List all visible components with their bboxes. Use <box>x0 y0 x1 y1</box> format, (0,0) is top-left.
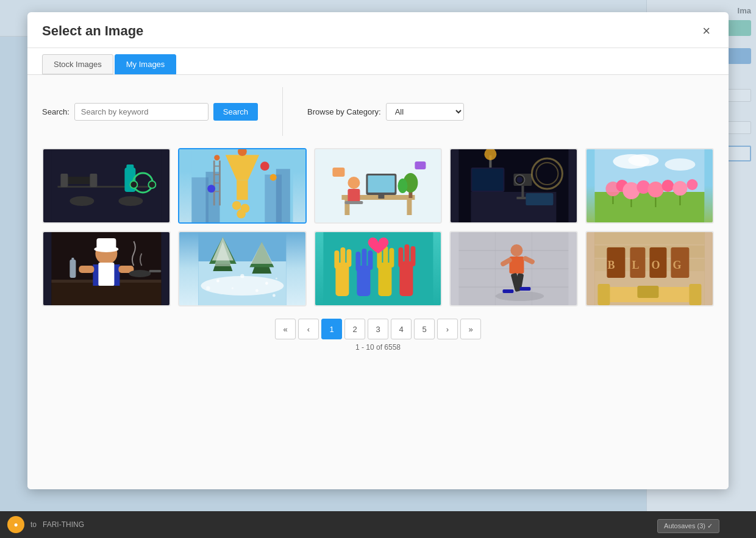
modal-title: Select an Image <box>42 23 143 39</box>
svg-rect-124 <box>389 248 394 267</box>
flowers-svg <box>587 149 713 222</box>
category-section: Browse by Category: All Business Nature … <box>307 103 464 121</box>
tab-my-images[interactable]: My Images <box>115 54 177 74</box>
svg-point-135 <box>496 291 544 301</box>
search-label: Search: <box>42 107 70 116</box>
svg-point-29 <box>207 185 215 193</box>
svg-rect-45 <box>344 201 363 204</box>
image-item-9[interactable] <box>449 231 578 306</box>
page-first-button[interactable]: « <box>275 319 296 339</box>
studio-svg <box>451 149 577 222</box>
svg-point-79 <box>665 158 696 171</box>
svg-point-92 <box>129 270 151 277</box>
image-item-7[interactable] <box>178 231 307 306</box>
svg-point-136 <box>511 244 523 257</box>
svg-rect-38 <box>368 175 394 193</box>
search-button[interactable]: Search <box>213 103 258 121</box>
category-select[interactable]: All Business Nature People Technology <box>386 103 464 121</box>
image-item-6[interactable] <box>42 231 171 306</box>
svg-rect-128 <box>410 246 415 266</box>
svg-rect-115 <box>340 247 345 267</box>
autosave-label: Autosaves (3) <box>664 522 705 529</box>
image-item-1[interactable] <box>42 148 171 224</box>
page-last-button[interactable]: » <box>460 319 481 339</box>
svg-point-110 <box>206 286 210 290</box>
user-avatar: ● <box>7 516 24 533</box>
svg-point-27 <box>260 161 269 171</box>
svg-rect-3 <box>60 174 68 187</box>
hands-svg <box>315 232 441 305</box>
pagination: « ‹ 1 2 3 4 5 › » <box>42 319 714 339</box>
svg-rect-64 <box>595 192 705 222</box>
svg-point-32 <box>237 210 246 219</box>
page-prev-button[interactable]: ‹ <box>298 319 319 339</box>
svg-rect-127 <box>404 244 409 266</box>
funnel-svg <box>179 149 305 222</box>
svg-point-40 <box>348 177 360 189</box>
svg-rect-1 <box>57 186 155 188</box>
svg-rect-18 <box>237 180 248 200</box>
svg-point-54 <box>517 177 523 183</box>
search-input[interactable] <box>74 103 209 121</box>
chef-svg <box>43 232 169 305</box>
modal-tabs: Stock Images My Images <box>27 48 729 75</box>
page-next-button[interactable]: › <box>437 319 458 339</box>
svg-point-8 <box>130 181 137 188</box>
image-item-4[interactable] <box>449 148 578 224</box>
modal-header: Select an Image × <box>27 12 729 48</box>
blog-svg: B L O G <box>587 232 713 305</box>
tab-stock-images[interactable]: Stock Images <box>42 54 113 74</box>
page-3-button[interactable]: 3 <box>368 319 388 339</box>
svg-point-106 <box>265 282 268 285</box>
image-item-8[interactable] <box>314 231 443 306</box>
page-4-button[interactable]: 4 <box>391 319 412 339</box>
svg-point-72 <box>687 179 698 190</box>
svg-point-85 <box>94 246 118 252</box>
svg-rect-47 <box>415 161 426 169</box>
office-svg <box>315 149 441 222</box>
section-divider <box>282 87 283 136</box>
pagination-container: « ‹ 1 2 3 4 5 › » 1 - 10 of 6558 <box>42 319 714 352</box>
image-item-10[interactable]: B L O G <box>585 231 714 306</box>
svg-rect-91 <box>71 258 74 261</box>
svg-point-11 <box>118 196 143 206</box>
svg-rect-119 <box>362 249 366 270</box>
page-2-button[interactable]: 2 <box>344 319 365 339</box>
bottom-font-label: FARI-THING <box>43 520 84 529</box>
svg-point-109 <box>276 277 277 279</box>
runner-svg <box>451 232 577 305</box>
svg-rect-123 <box>383 246 388 267</box>
svg-rect-4 <box>90 174 97 187</box>
page-5-button[interactable]: 5 <box>414 319 435 339</box>
svg-rect-57 <box>526 193 554 205</box>
svg-point-107 <box>232 287 234 289</box>
svg-point-44 <box>398 179 407 193</box>
bottom-bar: ● to FARI-THING Autosaves (3) ✓ <box>0 511 756 538</box>
svg-rect-126 <box>398 247 403 267</box>
svg-rect-6 <box>126 165 134 169</box>
svg-rect-158 <box>598 284 610 305</box>
svg-rect-120 <box>368 250 373 270</box>
svg-rect-36 <box>407 200 412 215</box>
svg-point-108 <box>255 289 259 292</box>
page-1-button[interactable]: 1 <box>321 319 342 339</box>
image-item-5[interactable] <box>585 148 714 224</box>
modal-close-button[interactable]: × <box>699 23 714 39</box>
svg-point-9 <box>148 181 155 188</box>
bottom-to-label: to <box>30 520 37 529</box>
svg-text:L: L <box>632 259 640 271</box>
modal-overlay: Select an Image × Stock Images My Images… <box>0 0 756 538</box>
svg-point-30 <box>232 201 241 210</box>
svg-rect-14 <box>205 172 219 222</box>
autosave-button[interactable]: Autosaves (3) ✓ <box>657 519 719 533</box>
images-grid: B L O G <box>42 148 714 306</box>
svg-text:B: B <box>608 259 615 271</box>
image-item-3[interactable] <box>314 148 443 224</box>
svg-point-26 <box>214 155 219 160</box>
svg-point-71 <box>673 181 688 196</box>
svg-rect-88 <box>79 266 94 273</box>
image-item-2[interactable] <box>178 148 307 224</box>
svg-rect-87 <box>98 263 114 286</box>
svg-rect-146 <box>595 232 705 244</box>
svg-rect-93 <box>149 270 161 272</box>
